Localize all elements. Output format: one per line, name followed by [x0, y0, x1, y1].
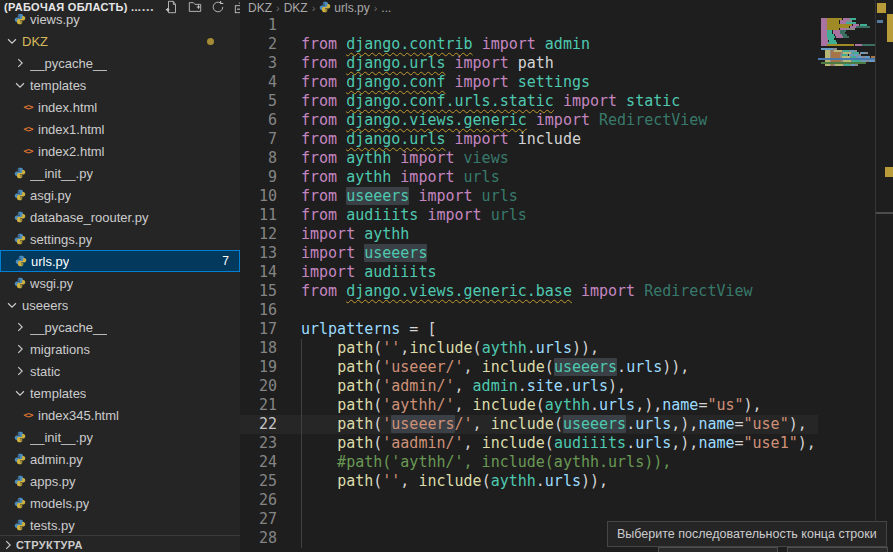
code-line: urlpatterns = [ — [301, 320, 816, 339]
python-file-icon — [12, 189, 28, 201]
tree-item-settings-py[interactable]: settings.py — [0, 228, 240, 250]
code-token: urlpatterns — [301, 320, 400, 338]
minimap-line — [855, 44, 862, 46]
chevron-down-icon[interactable] — [4, 34, 20, 48]
scrollbar-slider-edge — [876, 212, 893, 214]
more-actions-button[interactable]: … — [141, 2, 154, 12]
code-token: useeers — [346, 187, 409, 205]
code-token: . — [527, 339, 536, 357]
breadcrumb-separator: › — [374, 2, 378, 14]
tree-item-migrations[interactable]: migrations — [0, 338, 240, 360]
statusbar-item[interactable] — [787, 547, 888, 552]
breadcrumb-separator: › — [312, 2, 316, 14]
code-token: import — [427, 206, 481, 224]
tree-item-useeers[interactable]: useeers — [0, 294, 240, 316]
tree-item-urls-py[interactable]: urls.py7 — [0, 250, 240, 272]
line-number: 6 — [240, 111, 277, 130]
code-token: urls — [482, 206, 527, 224]
tree-item-wsgi-py[interactable]: wsgi.py — [0, 272, 240, 294]
statusbar-item[interactable] — [658, 547, 778, 552]
chevron-right-icon[interactable] — [12, 56, 28, 70]
code-token: )), — [572, 339, 599, 357]
code-token: , — [464, 358, 482, 376]
code-token: urls — [635, 415, 671, 433]
tree-item-admin-py[interactable]: admin.py — [0, 448, 240, 470]
code-token: "use" — [744, 415, 789, 433]
chevron-right-icon[interactable] — [12, 342, 28, 356]
code-token: include — [409, 339, 472, 357]
tree-item-templates[interactable]: templates — [0, 382, 240, 404]
tree-item-apps-py[interactable]: apps.py — [0, 470, 240, 492]
python-file-icon — [12, 233, 28, 245]
new-folder-icon[interactable] — [188, 0, 202, 14]
tree-item-database-roouter-py[interactable]: database_roouter.py — [0, 206, 240, 228]
code-line: from django.contrib import admin — [301, 35, 816, 54]
chevron-down-icon[interactable] — [12, 386, 28, 400]
tree-item-label: templates — [30, 78, 86, 93]
chevron-down-icon[interactable] — [4, 298, 20, 312]
line-number: 16 — [240, 301, 277, 320]
minimap[interactable] — [818, 16, 875, 552]
code-token: aythh — [346, 149, 391, 167]
code-token: audiiits — [355, 263, 436, 281]
code-token: urls — [473, 187, 518, 205]
code-token: urls — [626, 358, 662, 376]
code-token: ( — [545, 358, 554, 376]
chevron-right-icon[interactable] — [12, 320, 28, 334]
code-token: from — [301, 54, 346, 72]
tree-item--pycache-[interactable]: __pycache__ — [0, 52, 240, 74]
tree-item-asgi-py[interactable]: asgi.py — [0, 184, 240, 206]
breadcrumb-item[interactable]: DKZ — [248, 1, 272, 15]
tree-item-index1-html[interactable]: <>index1.html — [0, 118, 240, 140]
code-token: ( — [373, 415, 382, 433]
chevron-right-icon[interactable] — [12, 364, 28, 378]
code-token: import — [482, 35, 536, 53]
code-token: admin — [473, 377, 518, 395]
code-token: = — [735, 415, 744, 433]
eol-sequence-tooltip: Выберите последовательность конца строки — [607, 521, 887, 547]
overview-ruler[interactable] — [875, 0, 893, 552]
outline-section-header[interactable]: СТРУКТУРА — [0, 535, 240, 552]
tree-item-index2-html[interactable]: <>index2.html — [0, 140, 240, 162]
tree-item-label: DKZ — [22, 34, 48, 49]
code-token: RedirectView — [590, 111, 707, 129]
breadcrumb-item[interactable]: DKZ — [284, 1, 308, 15]
code-token: ( — [373, 434, 382, 452]
code-token: import — [301, 244, 355, 262]
editor-pane[interactable]: DKZ›DKZ›urls.py›... 12345678910111213141… — [240, 0, 893, 552]
tree-item-models-py[interactable]: models.py — [0, 492, 240, 514]
code-token: from — [301, 92, 346, 110]
warning-dot-badge — [207, 38, 214, 45]
python-file-icon — [12, 167, 28, 179]
minimap-line — [855, 64, 858, 66]
tree-item-templates[interactable]: templates — [0, 74, 240, 96]
code-content[interactable]: from django.contrib import adminfrom dja… — [301, 16, 816, 548]
tree-item-tests-py[interactable]: tests.py — [0, 514, 240, 536]
tree-item--pycache-[interactable]: __pycache__ — [0, 316, 240, 338]
minimap-line — [836, 36, 843, 38]
refresh-icon[interactable] — [211, 0, 225, 14]
tree-item-static[interactable]: static — [0, 360, 240, 382]
breadcrumb-item[interactable]: urls.py — [319, 1, 369, 16]
tree-item-index-html[interactable]: <>index.html — [0, 96, 240, 118]
code-token: django.conf — [346, 73, 445, 91]
collapse-folders-icon[interactable] — [234, 0, 240, 14]
new-file-icon[interactable] — [165, 0, 179, 14]
explorer-sidebar: views.pyDKZ__pycache__templates<>index.h… — [0, 0, 240, 552]
code-line: import audiiits — [301, 263, 816, 282]
code-token: name — [698, 415, 734, 433]
minimap-line — [862, 44, 875, 46]
tree-item-index345-html[interactable]: <>index345.html — [0, 404, 240, 426]
python-file-icon — [13, 255, 29, 267]
tree-item-dkz[interactable]: DKZ — [0, 30, 240, 52]
chevron-down-icon[interactable] — [12, 78, 28, 92]
code-token — [554, 92, 563, 110]
code-token: import — [536, 111, 590, 129]
tree-item--init-py[interactable]: __init__.py — [0, 426, 240, 448]
line-number: 1 — [240, 16, 277, 35]
tree-item--init-py[interactable]: __init__.py — [0, 162, 240, 184]
python-file-icon — [12, 277, 28, 289]
breadcrumb-item[interactable]: ... — [381, 1, 391, 15]
code-token: import — [400, 168, 454, 186]
chevron-right-icon[interactable] — [0, 538, 16, 552]
